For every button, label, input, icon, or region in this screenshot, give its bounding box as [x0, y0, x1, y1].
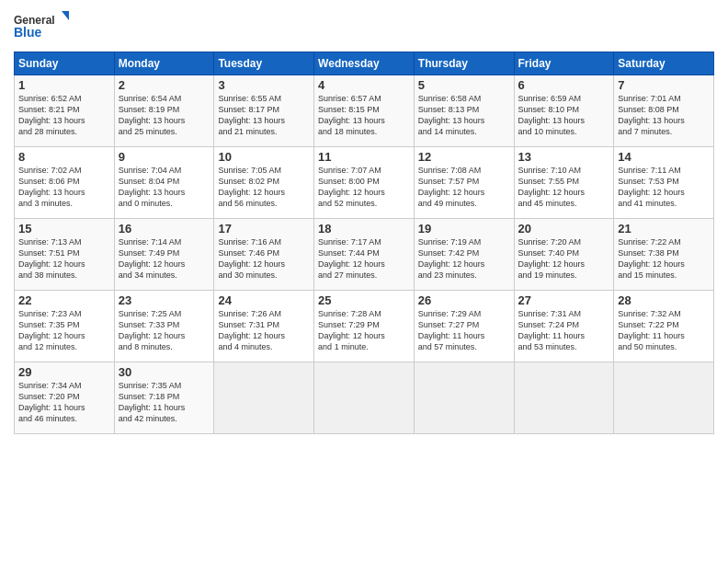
- day-number: 19: [418, 222, 510, 236]
- day-number: 28: [618, 293, 710, 307]
- cell-content: Sunrise: 6:59 AMSunset: 8:10 PMDaylight:…: [518, 93, 610, 138]
- cell-content: Sunrise: 7:26 AMSunset: 7:31 PMDaylight:…: [218, 308, 310, 353]
- day-number: 20: [518, 222, 610, 236]
- day-number: 3: [218, 78, 310, 92]
- calendar-cell: 18Sunrise: 7:17 AMSunset: 7:44 PMDayligh…: [314, 219, 415, 291]
- cell-content: Sunrise: 7:14 AMSunset: 7:49 PMDaylight:…: [119, 236, 210, 282]
- cell-content: Sunrise: 7:22 AMSunset: 7:38 PMDaylight:…: [618, 236, 710, 282]
- weekday-header-row: SundayMondayTuesdayWednesdayThursdayFrid…: [15, 52, 714, 75]
- calendar-cell: [314, 362, 415, 434]
- cell-content: Sunrise: 7:20 AMSunset: 7:40 PMDaylight:…: [518, 236, 610, 282]
- calendar-week-row: 22Sunrise: 7:23 AMSunset: 7:35 PMDayligh…: [15, 291, 714, 362]
- weekday-header-saturday: Saturday: [614, 52, 714, 75]
- calendar-cell: 11Sunrise: 7:07 AMSunset: 8:00 PMDayligh…: [314, 147, 415, 219]
- calendar-cell: 21Sunrise: 7:22 AMSunset: 7:38 PMDayligh…: [614, 219, 714, 291]
- svg-marker-2: [62, 11, 69, 20]
- day-number: 23: [119, 293, 210, 307]
- calendar-cell: 20Sunrise: 7:20 AMSunset: 7:40 PMDayligh…: [514, 219, 614, 291]
- calendar-cell: 9Sunrise: 7:04 AMSunset: 8:04 PMDaylight…: [114, 147, 214, 219]
- cell-content: Sunrise: 7:28 AMSunset: 7:29 PMDaylight:…: [318, 308, 410, 353]
- day-number: 9: [119, 150, 210, 164]
- calendar-cell: 17Sunrise: 7:16 AMSunset: 7:46 PMDayligh…: [214, 219, 314, 291]
- calendar-cell: 15Sunrise: 7:13 AMSunset: 7:51 PMDayligh…: [15, 219, 115, 291]
- day-number: 16: [119, 222, 210, 236]
- cell-content: Sunrise: 7:11 AMSunset: 7:53 PMDaylight:…: [618, 165, 710, 210]
- cell-content: Sunrise: 6:54 AMSunset: 8:19 PMDaylight:…: [119, 93, 210, 138]
- calendar-cell: 6Sunrise: 6:59 AMSunset: 8:10 PMDaylight…: [514, 75, 614, 147]
- calendar-cell: 29Sunrise: 7:34 AMSunset: 7:20 PMDayligh…: [15, 362, 115, 434]
- day-number: 10: [218, 150, 310, 164]
- day-number: 25: [318, 293, 410, 307]
- cell-content: Sunrise: 7:29 AMSunset: 7:27 PMDaylight:…: [418, 308, 510, 353]
- calendar-cell: 14Sunrise: 7:11 AMSunset: 7:53 PMDayligh…: [614, 147, 714, 219]
- day-number: 29: [18, 365, 110, 379]
- calendar-week-row: 29Sunrise: 7:34 AMSunset: 7:20 PMDayligh…: [15, 362, 714, 434]
- cell-content: Sunrise: 6:55 AMSunset: 8:17 PMDaylight:…: [218, 93, 310, 138]
- day-number: 27: [518, 293, 610, 307]
- calendar-cell: 22Sunrise: 7:23 AMSunset: 7:35 PMDayligh…: [15, 291, 115, 362]
- day-number: 11: [318, 150, 410, 164]
- cell-content: Sunrise: 6:57 AMSunset: 8:15 PMDaylight:…: [318, 93, 410, 138]
- calendar-cell: 3Sunrise: 6:55 AMSunset: 8:17 PMDaylight…: [214, 75, 314, 147]
- calendar-cell: 27Sunrise: 7:31 AMSunset: 7:24 PMDayligh…: [514, 291, 614, 362]
- calendar-cell: 26Sunrise: 7:29 AMSunset: 7:27 PMDayligh…: [414, 291, 514, 362]
- calendar-cell: 10Sunrise: 7:05 AMSunset: 8:02 PMDayligh…: [214, 147, 314, 219]
- day-number: 22: [18, 293, 110, 307]
- calendar-cell: [414, 362, 514, 434]
- day-number: 7: [618, 78, 710, 92]
- svg-text:Blue: Blue: [14, 25, 42, 40]
- cell-content: Sunrise: 7:08 AMSunset: 7:57 PMDaylight:…: [418, 165, 510, 210]
- general-blue-logo: General Blue: [14, 9, 69, 46]
- cell-content: Sunrise: 7:31 AMSunset: 7:24 PMDaylight:…: [518, 308, 610, 353]
- calendar-cell: 23Sunrise: 7:25 AMSunset: 7:33 PMDayligh…: [114, 291, 214, 362]
- cell-content: Sunrise: 7:05 AMSunset: 8:02 PMDaylight:…: [218, 165, 310, 210]
- header: General Blue: [14, 9, 714, 46]
- calendar-week-row: 15Sunrise: 7:13 AMSunset: 7:51 PMDayligh…: [15, 219, 714, 291]
- weekday-header-friday: Friday: [514, 52, 614, 75]
- calendar-cell: [214, 362, 314, 434]
- calendar-week-row: 1Sunrise: 6:52 AMSunset: 8:21 PMDaylight…: [15, 75, 714, 147]
- calendar-cell: 16Sunrise: 7:14 AMSunset: 7:49 PMDayligh…: [114, 219, 214, 291]
- calendar-cell: 12Sunrise: 7:08 AMSunset: 7:57 PMDayligh…: [414, 147, 514, 219]
- calendar-cell: 13Sunrise: 7:10 AMSunset: 7:55 PMDayligh…: [514, 147, 614, 219]
- cell-content: Sunrise: 7:35 AMSunset: 7:18 PMDaylight:…: [119, 380, 210, 425]
- day-number: 13: [518, 150, 610, 164]
- cell-content: Sunrise: 7:32 AMSunset: 7:22 PMDaylight:…: [618, 308, 710, 353]
- day-number: 12: [418, 150, 510, 164]
- calendar-cell: 4Sunrise: 6:57 AMSunset: 8:15 PMDaylight…: [314, 75, 415, 147]
- day-number: 18: [318, 222, 410, 236]
- weekday-header-sunday: Sunday: [15, 52, 115, 75]
- calendar-cell: 8Sunrise: 7:02 AMSunset: 8:06 PMDaylight…: [15, 147, 115, 219]
- calendar-cell: 19Sunrise: 7:19 AMSunset: 7:42 PMDayligh…: [414, 219, 514, 291]
- cell-content: Sunrise: 7:13 AMSunset: 7:51 PMDaylight:…: [18, 236, 110, 282]
- day-number: 24: [218, 293, 310, 307]
- cell-content: Sunrise: 6:58 AMSunset: 8:13 PMDaylight:…: [418, 93, 510, 138]
- day-number: 6: [518, 78, 610, 92]
- logo: General Blue: [14, 9, 69, 46]
- day-number: 8: [18, 150, 110, 164]
- weekday-header-tuesday: Tuesday: [214, 52, 314, 75]
- weekday-header-wednesday: Wednesday: [314, 52, 415, 75]
- calendar-cell: 2Sunrise: 6:54 AMSunset: 8:19 PMDaylight…: [114, 75, 214, 147]
- calendar-cell: 25Sunrise: 7:28 AMSunset: 7:29 PMDayligh…: [314, 291, 415, 362]
- day-number: 17: [218, 222, 310, 236]
- day-number: 2: [119, 78, 210, 92]
- cell-content: Sunrise: 7:17 AMSunset: 7:44 PMDaylight:…: [318, 236, 410, 282]
- calendar-cell: 7Sunrise: 7:01 AMSunset: 8:08 PMDaylight…: [614, 75, 714, 147]
- calendar-cell: [614, 362, 714, 434]
- cell-content: Sunrise: 7:16 AMSunset: 7:46 PMDaylight:…: [218, 236, 310, 282]
- day-number: 14: [618, 150, 710, 164]
- cell-content: Sunrise: 7:01 AMSunset: 8:08 PMDaylight:…: [618, 93, 710, 138]
- calendar-cell: 28Sunrise: 7:32 AMSunset: 7:22 PMDayligh…: [614, 291, 714, 362]
- calendar-container: General Blue SundayMondayTuesdayWednesda…: [0, 0, 728, 443]
- cell-content: Sunrise: 6:52 AMSunset: 8:21 PMDaylight:…: [18, 93, 110, 138]
- calendar-cell: 5Sunrise: 6:58 AMSunset: 8:13 PMDaylight…: [414, 75, 514, 147]
- cell-content: Sunrise: 7:04 AMSunset: 8:04 PMDaylight:…: [119, 165, 210, 210]
- calendar-table: SundayMondayTuesdayWednesdayThursdayFrid…: [14, 52, 714, 434]
- calendar-week-row: 8Sunrise: 7:02 AMSunset: 8:06 PMDaylight…: [15, 147, 714, 219]
- calendar-cell: 30Sunrise: 7:35 AMSunset: 7:18 PMDayligh…: [114, 362, 214, 434]
- calendar-cell: [514, 362, 614, 434]
- calendar-cell: 1Sunrise: 6:52 AMSunset: 8:21 PMDaylight…: [15, 75, 115, 147]
- day-number: 1: [18, 78, 110, 92]
- cell-content: Sunrise: 7:19 AMSunset: 7:42 PMDaylight:…: [418, 236, 510, 282]
